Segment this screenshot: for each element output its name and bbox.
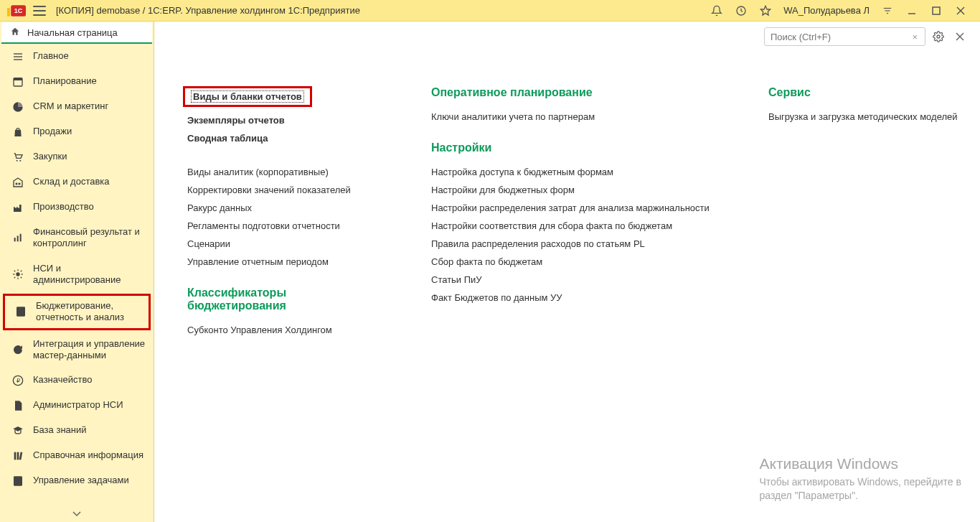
menu-icon bbox=[10, 51, 26, 62]
sidebar-item-8[interactable]: НСИ и администрирование bbox=[0, 256, 154, 293]
sidebar-item-label: CRM и маркетинг bbox=[33, 101, 108, 112]
sidebar-item-4[interactable]: Закупки bbox=[0, 144, 154, 169]
maximize-icon[interactable] bbox=[928, 3, 944, 19]
history-icon[interactable] bbox=[733, 3, 749, 19]
nav-link[interactable]: Факт Бюджетов по данным УУ bbox=[420, 289, 714, 307]
sidebar-item-12[interactable]: Администратор НСИ bbox=[0, 393, 154, 418]
search-input[interactable] bbox=[769, 31, 909, 43]
sidebar-item-10[interactable]: Интеграция и управление мастер-данными bbox=[0, 332, 154, 368]
home-label: Начальная страница bbox=[27, 27, 118, 38]
username-label[interactable]: WA_Полударьева Л bbox=[783, 5, 870, 16]
sidebar-item-label: База знаний bbox=[33, 424, 87, 436]
svg-point-36 bbox=[937, 35, 940, 38]
doc-icon bbox=[10, 400, 26, 411]
nav-link[interactable]: Управление отчетным периодом bbox=[176, 253, 377, 271]
svg-rect-26 bbox=[19, 312, 19, 314]
sidebar-item-3[interactable]: Продажи bbox=[0, 119, 154, 144]
sidebar-item-11[interactable]: ₽Казначейство bbox=[0, 368, 154, 393]
nav-link[interactable]: Виды аналитик (корпоративные) bbox=[176, 163, 377, 181]
nav-link[interactable]: Правила распределения расходов по статья… bbox=[420, 235, 714, 253]
sidebar-item-9[interactable]: Бюджетирование, отчетность и анализ bbox=[3, 294, 151, 330]
highlighted-link-report-types[interactable]: Виды и бланки отчетов bbox=[183, 86, 312, 107]
sidebar-item-1[interactable]: Планирование bbox=[0, 69, 154, 94]
svg-point-24 bbox=[17, 273, 19, 276]
column-reports: Виды и бланки отчетов Экземпляры отчетов… bbox=[176, 86, 377, 355]
minimize-icon[interactable] bbox=[904, 3, 920, 19]
svg-rect-13 bbox=[14, 56, 22, 57]
sidebar-item-label: Планирование bbox=[33, 75, 97, 87]
calendar-icon bbox=[10, 76, 26, 88]
sidebar-item-5[interactable]: Склад и доставка bbox=[0, 169, 154, 195]
section-title-operational: Оперативное планирование bbox=[420, 86, 714, 99]
nav-link[interactable]: Сводная таблица bbox=[176, 129, 377, 147]
svg-rect-19 bbox=[16, 182, 18, 185]
warehouse-icon bbox=[10, 177, 26, 188]
close-icon[interactable] bbox=[953, 3, 969, 19]
books-icon bbox=[10, 450, 26, 462]
sidebar-item-label: Продажи bbox=[33, 126, 72, 137]
gear-icon bbox=[10, 269, 26, 280]
search-clear-icon[interactable]: × bbox=[909, 32, 920, 42]
content-pane: × Виды и бланки отчетов Экземпляры отчет… bbox=[154, 22, 980, 522]
section-title-service: Сервис bbox=[757, 86, 965, 99]
nav-link[interactable]: Сценарии bbox=[176, 235, 377, 253]
nav-link[interactable]: Корректировки значений показателей bbox=[176, 181, 377, 199]
nav-link[interactable]: Статьи ПиУ bbox=[420, 271, 714, 289]
svg-rect-0 bbox=[7, 8, 10, 17]
sidebar-item-14[interactable]: Справочная информация bbox=[0, 443, 154, 468]
svg-point-18 bbox=[19, 159, 21, 161]
nav-link[interactable]: Сбор факта по бюджетам bbox=[420, 253, 714, 271]
sidebar-item-label: Интеграция и управление мастер-данными bbox=[33, 338, 146, 362]
column-service: Сервис Выгрузка и загрузка методических … bbox=[757, 86, 965, 355]
ruble-icon: ₽ bbox=[10, 375, 26, 386]
sidebar-expand-icon[interactable] bbox=[0, 509, 154, 522]
settings-icon[interactable] bbox=[930, 28, 947, 45]
svg-rect-27 bbox=[21, 311, 22, 314]
svg-rect-20 bbox=[19, 182, 21, 185]
cycle-icon bbox=[10, 344, 26, 355]
column-settings: Оперативное планирование Ключи аналитики… bbox=[420, 86, 714, 355]
sidebar-item-label: Бюджетирование, отчетность и анализ bbox=[36, 300, 143, 324]
nav-link[interactable]: Ключи аналитики учета по партнерам bbox=[420, 108, 714, 126]
filter-icon[interactable] bbox=[880, 3, 895, 19]
svg-rect-22 bbox=[17, 236, 19, 242]
nav-link[interactable]: Субконто Управления Холдингом bbox=[176, 321, 377, 339]
search-box[interactable]: × bbox=[764, 27, 925, 46]
windows-watermark: Активация Windows Чтобы активировать Win… bbox=[759, 455, 961, 503]
section-title-classifiers: Классификаторы бюджетирования bbox=[176, 286, 377, 312]
close-panel-icon[interactable] bbox=[951, 28, 969, 45]
svg-rect-21 bbox=[14, 238, 16, 241]
nav-link[interactable]: Экземпляры отчетов bbox=[176, 111, 377, 129]
nav-link[interactable]: Ракурс данных bbox=[176, 199, 377, 217]
sidebar-item-2[interactable]: CRM и маркетинг bbox=[0, 94, 154, 119]
sidebar-item-13[interactable]: База знаний bbox=[0, 418, 154, 443]
svg-rect-12 bbox=[14, 53, 22, 54]
sidebar-item-label: Склад и доставка bbox=[33, 176, 110, 187]
nav-link[interactable]: Регламенты подготовки отчетности bbox=[176, 217, 377, 235]
sidebar-item-label: Финансовый результат и контроллинг bbox=[33, 226, 146, 250]
task-icon bbox=[10, 475, 26, 487]
nav-link[interactable]: Настройки для бюджетных форм bbox=[420, 181, 714, 199]
sidebar-item-6[interactable]: Производство bbox=[0, 195, 154, 220]
svg-rect-32 bbox=[14, 452, 17, 460]
home-tab[interactable]: Начальная страница bbox=[1, 22, 152, 44]
svg-rect-9 bbox=[933, 7, 940, 14]
hamburger-icon[interactable] bbox=[33, 6, 46, 16]
sidebar-item-7[interactable]: Финансовый результат и контроллинг bbox=[0, 220, 154, 256]
bell-icon[interactable] bbox=[709, 3, 725, 19]
nav-link[interactable]: Настройка доступа к бюджетным формам bbox=[420, 163, 714, 181]
svg-rect-14 bbox=[14, 59, 22, 60]
nav-link[interactable]: Настройки распределения затрат для анали… bbox=[420, 199, 714, 217]
section-title-settings: Настройки bbox=[420, 141, 714, 154]
svg-text:1С: 1С bbox=[14, 7, 23, 14]
sidebar-item-15[interactable]: Управление задачами bbox=[0, 468, 154, 493]
sidebar-item-label: Производство bbox=[33, 201, 94, 213]
sidebar: Начальная страница ГлавноеПланированиеCR… bbox=[0, 22, 154, 522]
star-icon[interactable] bbox=[758, 3, 773, 19]
bars-icon bbox=[10, 232, 26, 243]
nav-link[interactable]: Настройки соответствия для сбора факта п… bbox=[420, 217, 714, 235]
nav-link[interactable]: Выгрузка и загрузка методических моделей bbox=[757, 108, 965, 126]
sidebar-item-label: НСИ и администрирование bbox=[33, 263, 146, 286]
sidebar-item-0[interactable]: Главное bbox=[0, 44, 154, 69]
svg-rect-23 bbox=[20, 234, 22, 242]
